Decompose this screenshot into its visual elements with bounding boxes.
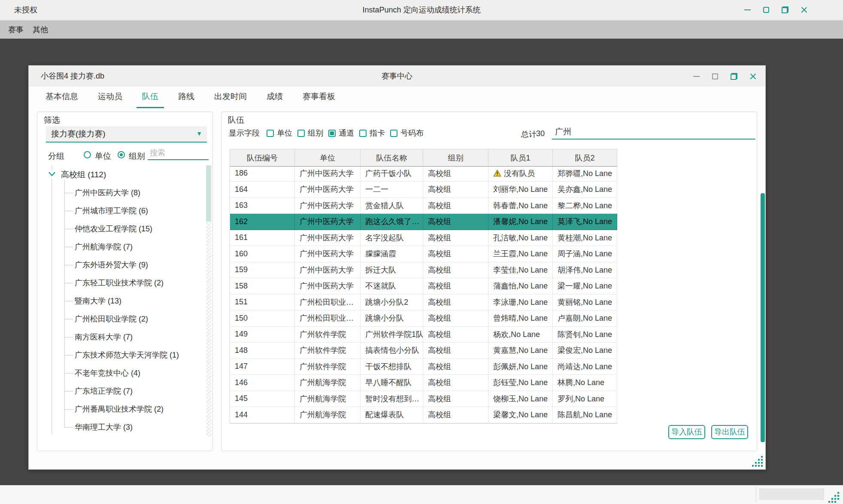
tree-item-4[interactable]: 广州航海学院 (7)	[37, 238, 204, 256]
table-cell[interactable]: 梁馨文,No Lane	[488, 407, 553, 423]
tab-5[interactable]: 出发时间	[209, 86, 252, 108]
tree-item-3[interactable]: 仲恺农业工程学院 (15)	[37, 220, 204, 238]
tree-item-7[interactable]: 暨南大学 (13)	[37, 292, 204, 310]
table-cell[interactable]: 韩春蕾,No Lane	[488, 198, 553, 214]
tree-item-13[interactable]: 广州番禺职业技术学院 (2)	[37, 400, 204, 418]
tree-item-12[interactable]: 广东培正学院 (7)	[37, 382, 204, 400]
field-checkbox-group-5[interactable]: 号码布	[390, 128, 424, 138]
table-cell[interactable]: 广州松田职业…	[295, 310, 361, 327]
table-cell[interactable]: 150	[230, 310, 295, 327]
table-cell[interactable]: 梁一耀,No Lane	[553, 278, 617, 295]
tree-item-9[interactable]: 南方医科大学 (7)	[37, 328, 204, 346]
tree-item-5[interactable]: 广东外语外贸大学 (9)	[37, 256, 204, 274]
column-header-4[interactable]: 组别	[423, 149, 488, 167]
column-header-1[interactable]: 队伍编号	[230, 149, 295, 167]
table-cell[interactable]: 黄丽铭,No Lane	[553, 295, 617, 311]
table-cell[interactable]: 147	[230, 359, 295, 375]
tree-item-11[interactable]: 不老年竞技中心 (4)	[37, 364, 204, 382]
table-cell[interactable]: 刘丽华,No Lane	[488, 182, 553, 198]
table-cell[interactable]: 广州中医药大学	[295, 166, 361, 182]
table-cell[interactable]: 160	[230, 246, 295, 262]
table-cell[interactable]: 罗列,No Lane	[553, 391, 617, 407]
table-cell[interactable]: 彭钰莹,No Lane	[488, 375, 553, 391]
table-cell[interactable]: 高校组	[423, 246, 488, 262]
table-cell[interactable]: 广州软件学院1队	[361, 327, 423, 343]
table-cell[interactable]: 黄嘉慧,No Lane	[488, 343, 553, 359]
table-cell[interactable]: 跑这么久饿了…	[361, 214, 423, 230]
menu-item-1[interactable]: 赛事	[8, 24, 24, 35]
field-checkbox-group-3[interactable]: 通道	[328, 128, 354, 138]
table-cell[interactable]: 广州中医药大学	[295, 198, 361, 214]
table-cell[interactable]: 高校组	[423, 198, 488, 214]
table-cell[interactable]: 高校组	[423, 391, 488, 407]
minimize-button[interactable]	[743, 6, 751, 14]
table-cell[interactable]: 蒲鑫怡,No Lane	[488, 278, 553, 295]
table-cell[interactable]: 没有队员	[488, 166, 553, 182]
table-cell[interactable]: 高校组	[423, 359, 488, 375]
tree-item-8[interactable]: 广州松田职业学院 (2)	[37, 310, 204, 328]
table-cell[interactable]: 148	[230, 343, 295, 359]
table-cell[interactable]: 144	[230, 407, 295, 423]
menu-item-2[interactable]: 其他	[32, 24, 49, 35]
table-cell[interactable]: 饶柳玉,No Lane	[488, 391, 553, 407]
table-cell[interactable]: 一二一	[361, 182, 423, 198]
table-cell[interactable]: 广药干饭小队	[361, 166, 423, 182]
radio-by-group[interactable]	[118, 151, 125, 158]
field-checkbox-group-1[interactable]: 单位	[267, 128, 292, 138]
table-cell[interactable]: 广州软件学院	[295, 327, 361, 343]
field-checkbox-group-4[interactable]: 指卡	[359, 128, 385, 138]
table-cell[interactable]: 高校组	[423, 278, 488, 295]
table-cell[interactable]: 广州中医药大学	[295, 246, 361, 262]
table-cell[interactable]: 杨欢,No Lane	[488, 327, 553, 343]
tree-root-group[interactable]: 高校组 (112)	[37, 168, 200, 181]
tree-item-14[interactable]: 华南理工大学 (3)	[37, 418, 204, 436]
table-cell[interactable]: 161	[230, 230, 295, 246]
table-cell[interactable]: 高校组	[423, 214, 488, 230]
tree-item-2[interactable]: 广州城市理工学院 (6)	[37, 202, 204, 220]
maximize-button[interactable]	[762, 6, 770, 14]
table-cell[interactable]: 陈昌航,No Lane	[553, 407, 617, 423]
table-cell[interactable]: 跳塘小分队	[361, 310, 423, 327]
table-cell[interactable]: 配速爆表队	[361, 407, 423, 423]
table-cell[interactable]: 搞表情包小分队	[361, 343, 423, 359]
table-cell[interactable]: 早八睡不醒队	[361, 375, 423, 391]
table-cell[interactable]: 158	[230, 278, 295, 295]
checkbox-checked-icon[interactable]	[328, 130, 336, 137]
restore-button[interactable]	[781, 6, 789, 14]
checkbox-unchecked-icon[interactable]	[297, 130, 305, 137]
event-center-titlebar[interactable]: 小谷围4 接力赛.db 赛事中心	[29, 66, 765, 86]
import-teams-button[interactable]: 导入队伍	[668, 425, 705, 439]
table-cell[interactable]: 干饭不想排队	[361, 359, 423, 375]
checkbox-unchecked-icon[interactable]	[359, 130, 367, 137]
tab-3[interactable]: 队伍	[136, 86, 164, 108]
table-cell[interactable]: 高校组	[423, 407, 488, 423]
tree-item-10[interactable]: 广东技术师范大学天河学院 (1)	[37, 346, 204, 364]
table-cell[interactable]: 李泳珊,No Lane	[488, 295, 553, 311]
table-cell[interactable]: 林腾,No Lane	[553, 375, 617, 391]
table-cell[interactable]: 暂时没有想到…	[361, 391, 423, 407]
table-cell[interactable]: 162	[230, 214, 295, 230]
race-select-dropdown[interactable]: 接力赛(接力赛) ▼	[46, 126, 207, 143]
inner-minimize-button[interactable]	[692, 73, 700, 80]
table-cell[interactable]: 赏金猎人队	[361, 198, 423, 214]
table-cell[interactable]: 高校组	[423, 262, 488, 279]
tree-scrollbar[interactable]	[206, 165, 211, 437]
table-cell[interactable]: 186	[230, 166, 295, 182]
table-cell[interactable]: 高校组	[423, 166, 488, 182]
table-cell[interactable]: 广州航海学院	[295, 391, 361, 407]
table-cell[interactable]: 广州航海学院	[295, 375, 361, 391]
table-cell[interactable]: 胡泽伟,No Lane	[553, 262, 617, 279]
table-cell[interactable]: 151	[230, 295, 295, 311]
column-header-6[interactable]: 队员2	[553, 149, 617, 167]
table-cell[interactable]: 兰王霞,No Lane	[488, 246, 553, 262]
table-cell[interactable]: 高校组	[423, 310, 488, 327]
table-cell[interactable]: 145	[230, 391, 295, 407]
table-cell[interactable]: 曾炜晴,No Lane	[488, 310, 553, 327]
table-cell[interactable]: 高校组	[423, 375, 488, 391]
column-header-2[interactable]: 单位	[295, 149, 361, 167]
table-cell[interactable]: 高校组	[423, 182, 488, 198]
tree-search-input[interactable]	[148, 146, 209, 160]
table-cell[interactable]: 高校组	[423, 295, 488, 311]
table-cell[interactable]: 164	[230, 182, 295, 198]
inner-restore-button[interactable]	[730, 73, 738, 80]
